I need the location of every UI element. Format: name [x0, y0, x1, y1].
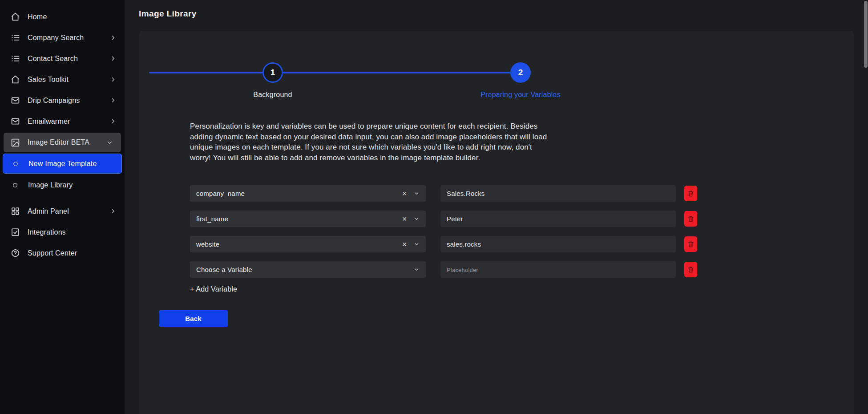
- sidebar-item-company-search[interactable]: Company Search: [0, 27, 125, 48]
- clear-icon[interactable]: ✕: [402, 216, 407, 222]
- variable-select-value: first_name: [196, 215, 402, 223]
- page-header: Image Library: [125, 0, 868, 19]
- page-title: Image Library: [139, 9, 868, 19]
- variable-row: Choose a Variable: [190, 261, 697, 278]
- sidebar-item-label: Contact Search: [28, 55, 102, 63]
- sidebar-item-label: Admin Panel: [28, 207, 102, 215]
- sidebar-item-label: Integrations: [28, 228, 117, 236]
- sidebar-item-label: Company Search: [28, 34, 102, 42]
- step-2-circle[interactable]: 2: [510, 62, 531, 83]
- sidebar-item-image-library[interactable]: Image Library: [0, 175, 125, 195]
- step-2-label: Preparing your Variables: [480, 91, 561, 99]
- sidebar: Home Company Search Contact Search: [0, 0, 125, 414]
- sidebar-item-home[interactable]: Home: [0, 6, 125, 27]
- main-content: Image Library 1 2 Background Preparing y…: [125, 0, 868, 414]
- sidebar-item-admin-panel[interactable]: Admin Panel: [0, 201, 125, 222]
- mail-icon: [11, 96, 20, 105]
- trash-icon: [687, 215, 694, 223]
- chevron-right-icon: [110, 97, 117, 104]
- grid-icon: [11, 207, 20, 216]
- sidebar-item-label: New Image Template: [28, 160, 113, 168]
- step-1-label: Background: [253, 91, 292, 99]
- radio-icon: [12, 183, 18, 188]
- chevron-down-icon: [106, 139, 113, 146]
- sidebar-item-support-center[interactable]: Support Center: [0, 243, 125, 264]
- chevron-down-icon: [414, 191, 420, 196]
- back-button[interactable]: Back: [159, 310, 228, 327]
- sidebar-item-label: Image Editor BETA: [28, 138, 99, 146]
- step-1-circle[interactable]: 1: [262, 62, 283, 83]
- delete-variable-button[interactable]: [684, 186, 697, 201]
- variable-row: website ✕: [190, 236, 697, 252]
- trash-icon: [687, 265, 694, 274]
- delete-variable-button[interactable]: [684, 236, 697, 252]
- stepper-progress-line: [149, 72, 522, 73]
- clear-icon[interactable]: ✕: [402, 191, 407, 197]
- variable-value-input[interactable]: [440, 261, 676, 278]
- clear-icon[interactable]: ✕: [402, 241, 407, 248]
- mail-icon: [11, 117, 20, 126]
- sidebar-item-drip-campaigns[interactable]: Drip Campaigns: [0, 90, 125, 111]
- variable-value-input[interactable]: [440, 185, 676, 202]
- variable-select[interactable]: Choose a Variable: [190, 261, 426, 278]
- variable-select-value: website: [196, 240, 402, 248]
- scrollbar-thumb[interactable]: [864, 1, 868, 68]
- variable-value-input[interactable]: [440, 236, 676, 252]
- step-1-number: 1: [270, 68, 275, 77]
- sidebar-item-label: Home: [28, 13, 117, 21]
- sidebar-item-new-image-template[interactable]: New Image Template: [3, 154, 122, 174]
- step-2-number: 2: [518, 68, 523, 77]
- chevron-right-icon: [110, 118, 117, 125]
- variable-select[interactable]: website ✕: [190, 236, 426, 252]
- sidebar-item-label: Support Center: [28, 249, 117, 257]
- sidebar-item-sales-toolkit[interactable]: Sales Toolkit: [0, 69, 125, 90]
- help-circle-icon: [11, 248, 20, 258]
- variable-row: first_name ✕: [190, 211, 697, 227]
- sidebar-item-label: Drip Campaigns: [28, 97, 102, 105]
- trash-icon: [687, 240, 694, 248]
- intro-text: Personalization is key and variables can…: [190, 121, 550, 163]
- sidebar-item-label: Sales Toolkit: [28, 76, 102, 84]
- sidebar-item-image-editor[interactable]: Image Editor BETA: [4, 133, 121, 152]
- check-square-icon: [11, 227, 20, 237]
- sidebar-item-integrations[interactable]: Integrations: [0, 222, 125, 243]
- add-variable-link[interactable]: + Add Variable: [190, 285, 237, 293]
- home-icon: [11, 75, 20, 84]
- wizard-card: 1 2 Background Preparing your Variables …: [139, 31, 854, 414]
- delete-variable-button[interactable]: [684, 211, 697, 227]
- radio-icon: [13, 161, 18, 166]
- image-icon: [11, 138, 20, 147]
- chevron-right-icon: [110, 208, 117, 215]
- chevron-right-icon: [110, 55, 117, 62]
- sidebar-item-emailwarmer[interactable]: Emailwarmer: [0, 111, 125, 132]
- variable-select[interactable]: first_name ✕: [190, 211, 426, 227]
- list-icon: [11, 54, 20, 63]
- variable-rows: company_name ✕ first: [190, 185, 697, 287]
- chevron-right-icon: [110, 34, 117, 41]
- trash-icon: [687, 189, 694, 198]
- variable-row: company_name ✕: [190, 185, 697, 202]
- sidebar-item-label: Image Library: [28, 181, 117, 189]
- chevron-right-icon: [110, 76, 117, 83]
- chevron-down-icon: [414, 241, 420, 247]
- variable-value-input[interactable]: [440, 211, 676, 227]
- home-icon: [11, 12, 20, 21]
- delete-variable-button[interactable]: [684, 262, 697, 277]
- variable-select-value: Choose a Variable: [196, 266, 414, 273]
- sidebar-item-contact-search[interactable]: Contact Search: [0, 48, 125, 69]
- variable-select[interactable]: company_name ✕: [190, 185, 426, 202]
- variable-select-value: company_name: [196, 190, 402, 197]
- chevron-down-icon: [414, 267, 420, 272]
- sidebar-item-label: Emailwarmer: [28, 118, 102, 126]
- app-root: Home Company Search Contact Search: [0, 0, 868, 414]
- chevron-down-icon: [414, 216, 420, 222]
- list-icon: [11, 33, 20, 42]
